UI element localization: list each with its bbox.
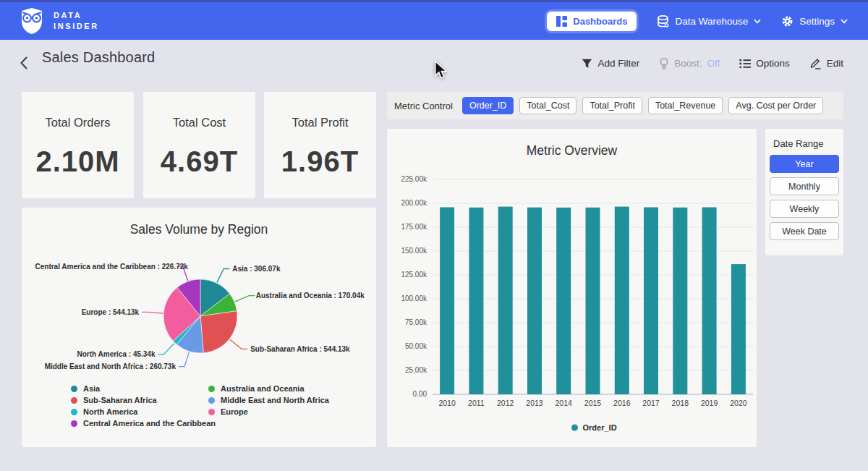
bar-2018[interactable] [673, 208, 687, 394]
x-tick-label: 2017 [642, 399, 660, 407]
settings-label: Settings [799, 16, 835, 27]
x-tick-label: 2018 [672, 399, 689, 407]
legend-label: Europe [221, 407, 248, 416]
y-tick-label: 75.00k [405, 318, 427, 326]
bar-2010[interactable] [440, 208, 454, 395]
x-tick-label: 2013 [526, 399, 543, 407]
date-range-year-button[interactable]: Year [770, 155, 839, 173]
pie-legend-item-sub-saharan-africa[interactable]: Sub-Saharan Africa [71, 396, 216, 404]
metric-chip-total-profit[interactable]: Total_Profit [582, 97, 642, 114]
kpi-card-total-orders: Total Orders 2.10M [22, 92, 134, 198]
pie-leader-line [158, 344, 175, 355]
legend-label: Australia and Oceania [221, 384, 305, 393]
y-tick-label: 100.00k [401, 294, 427, 302]
pie-legend-item-north-america[interactable]: North America [71, 407, 216, 416]
back-button[interactable] [19, 56, 29, 70]
kpi-label: Total Profit [264, 116, 376, 130]
y-tick-label: 25.00k [405, 366, 427, 374]
brand: DATA INSIDER [20, 8, 99, 34]
x-tick-label: 2016 [613, 399, 631, 407]
chevron-down-icon [754, 19, 761, 24]
edit-label: Edit [827, 58, 843, 69]
bar-chart: 0.0025.00k50.00k75.00k100.00k125.00k150.… [387, 158, 757, 447]
date-range-label: Date Range [765, 129, 843, 150]
legend-dot [71, 386, 77, 392]
bar-2015[interactable] [586, 208, 600, 394]
bar-2011[interactable] [469, 208, 483, 394]
bar-2013[interactable] [527, 208, 542, 394]
pie-slice-label: Middle East and North Africa : 260.73k [45, 362, 176, 370]
bar-chart-title: Metric Overview [387, 129, 757, 158]
bar-2020[interactable] [731, 264, 746, 394]
top-navbar: DATA INSIDER Dashboards D [0, 0, 868, 40]
bar-legend-item[interactable]: Order_ID [571, 423, 617, 432]
brand-line-1: DATA [54, 10, 99, 21]
legend-label: Sub-Saharan Africa [83, 396, 157, 404]
bar-chart-card: Metric Overview 0.0025.00k50.00k75.00k10… [387, 129, 757, 447]
bar-2012[interactable] [498, 207, 513, 394]
settings-menu[interactable]: Settings [781, 15, 848, 27]
pie-legend-item-asia[interactable]: Asia [71, 384, 216, 393]
dashboards-icon [556, 16, 567, 27]
pie-legend-column-1: AsiaSub-Saharan AfricaNorth AmericaCentr… [71, 384, 216, 428]
legend-label: Order_ID [583, 423, 617, 432]
bar-2014[interactable] [556, 208, 571, 394]
x-tick-label: 2019 [701, 399, 718, 407]
bar-2017[interactable] [644, 208, 658, 395]
y-tick-label: 175.00k [401, 223, 427, 231]
metric-chip-total-cost[interactable]: Total_Cost [519, 97, 576, 114]
pie-legend-item-australia-and-oceania[interactable]: Australia and Oceania [208, 384, 329, 393]
bar-2019[interactable] [702, 208, 717, 395]
pie-chart-title: Sales Volume by Region [22, 208, 376, 237]
dashboards-button[interactable]: Dashboards [547, 12, 637, 31]
boost-label: Boost: [674, 58, 702, 69]
boost-balloon-icon [659, 58, 669, 69]
legend-dot [208, 397, 215, 404]
edit-pencil-icon [809, 57, 822, 69]
kpi-label: Total Orders [22, 116, 134, 130]
header-actions: Add Filter Boost: Off Options [582, 57, 843, 69]
pie-legend-column-2: Australia and OceaniaMiddle East and Nor… [208, 384, 329, 416]
pie-chart-card: Sales Volume by Region Asia : 306.07kAus… [22, 208, 376, 447]
brand-line-2: INSIDER [54, 21, 99, 32]
metric-chip-order-id[interactable]: Order_ID [462, 97, 514, 114]
legend-dot [71, 397, 77, 404]
kpi-value: 1.96T [264, 145, 376, 178]
date-range-monthly-button[interactable]: Monthly [770, 177, 839, 195]
add-filter-button[interactable]: Add Filter [582, 58, 639, 69]
date-range-weekly-button[interactable]: Weekly [770, 200, 839, 218]
pie-leader-line [142, 312, 163, 313]
date-range-week-date-button[interactable]: Week Date [770, 222, 839, 240]
pie-chart: Asia : 306.07kAustralia and Oceania : 17… [22, 235, 376, 383]
metric-chip-total-revenue[interactable]: Total_Revenue [648, 97, 723, 114]
pie-slice-label: North America : 45.34k [77, 350, 155, 358]
bar-2016[interactable] [615, 207, 629, 394]
pie-slice-label: Sub-Saharan Africa : 544.13k [250, 345, 350, 353]
legend-dot [208, 409, 215, 415]
data-warehouse-menu[interactable]: Data Warehouse [657, 15, 761, 27]
edit-button[interactable]: Edit [809, 57, 843, 69]
kpi-card-total-profit: Total Profit 1.96T [264, 92, 376, 198]
pie-leader-line [235, 296, 255, 302]
metric-chip-avg-cost[interactable]: Avg. Cost per Order [728, 97, 823, 114]
page-header: Sales Dashboard Add Filter Boost: Off [0, 40, 868, 86]
pie-legend-item-central-america-and-the-caribbean[interactable]: Central America and the Caribbean [71, 419, 216, 428]
pie-slice-label: Europe : 544.13k [82, 308, 140, 316]
y-tick-label: 150.00k [401, 247, 427, 255]
boost-toggle[interactable]: Boost: Off [659, 58, 720, 69]
pie-legend-item-europe[interactable]: Europe [208, 407, 329, 416]
legend-dot [208, 386, 215, 392]
pie-slice-sub-saharan-africa[interactable] [200, 311, 237, 353]
legend-dot [71, 420, 77, 427]
brand-text: DATA INSIDER [54, 10, 99, 32]
page-title: Sales Dashboard [42, 49, 155, 66]
pie-leader-line [179, 352, 189, 367]
legend-label: Central America and the Caribbean [83, 419, 216, 428]
options-list-icon [739, 59, 751, 69]
y-tick-label: 125.00k [401, 271, 427, 279]
options-button[interactable]: Options [739, 58, 790, 69]
metric-control-label: Metric Control [394, 101, 453, 111]
options-label: Options [756, 58, 790, 69]
pie-legend-item-middle-east-and-north-africa[interactable]: Middle East and North Africa [208, 396, 329, 404]
navbar-actions: Dashboards Data Warehouse [547, 2, 848, 40]
